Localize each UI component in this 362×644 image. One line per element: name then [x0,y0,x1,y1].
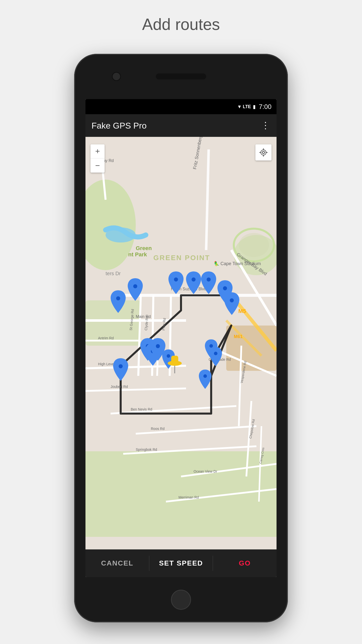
svg-text:Ben Nevis Rd: Ben Nevis Rd [131,407,152,411]
svg-point-69 [207,277,211,281]
svg-text:M61: M61 [234,334,243,339]
svg-point-83 [167,354,170,358]
map-background: Fritz Sonnenberg Rd Helen Suzman Blvd Gr… [85,137,277,549]
overflow-menu-icon[interactable]: ⋮ [261,120,270,131]
zoom-controls: + − [90,144,105,173]
status-bar: ▾ LTE ▮ 7:00 [85,99,277,114]
my-location-button[interactable] [255,144,272,160]
svg-text:Merriman Rd: Merriman Rd [178,495,199,499]
svg-text:🦜 Cape Town Stadium: 🦜 Cape Town Stadium [214,261,261,266]
svg-point-89 [203,374,207,378]
svg-point-8 [239,233,269,257]
phone-device: ▾ LTE ▮ 7:00 Fake GPS Pro ⋮ [74,54,288,622]
set-speed-button[interactable]: SET SPEED [149,549,213,577]
wifi-icon: ▾ [238,103,241,110]
svg-point-87 [214,352,217,355]
action-bar: CANCEL SET SPEED GO [85,549,277,577]
status-icons: ▾ LTE ▮ [238,103,256,110]
svg-text:GREEN POINT: GREEN POINT [153,254,210,262]
cancel-button[interactable]: CANCEL [85,549,149,577]
go-button[interactable]: GO [213,549,277,577]
svg-text:Joubert Rd: Joubert Rd [111,385,128,389]
svg-point-71 [223,286,227,290]
svg-point-61 [116,296,120,300]
svg-text:Springbok Rd: Springbok Rd [136,448,157,452]
battery-icon: ▮ [253,104,256,110]
camera [112,72,121,81]
svg-point-79 [156,344,160,348]
svg-point-81 [119,364,123,368]
svg-text:nt Park: nt Park [128,251,147,258]
svg-rect-91 [171,356,178,363]
page-title: Add routes [142,15,220,34]
svg-point-93 [262,151,265,154]
lte-icon: LTE [243,104,251,109]
svg-point-63 [133,284,137,288]
location-icon [259,148,268,157]
svg-point-85 [209,344,213,348]
svg-text:ters Dr: ters Dr [106,271,121,276]
zoom-out-button[interactable]: − [90,158,105,173]
map-view[interactable]: Fritz Sonnenberg Rd Helen Suzman Blvd Gr… [85,137,277,549]
zoom-in-button[interactable]: + [90,144,105,158]
app-bar: Fake GPS Pro ⋮ [85,114,277,137]
svg-text:Green: Green [136,245,152,251]
app-title: Fake GPS Pro [92,121,261,131]
svg-text:Roos Rd: Roos Rd [151,427,164,431]
speaker [156,73,206,79]
phone-top-bezel [74,54,288,99]
svg-point-67 [192,277,196,281]
screen: ▾ LTE ▮ 7:00 Fake GPS Pro ⋮ [85,99,277,577]
svg-point-65 [174,277,178,281]
status-time: 7:00 [259,103,272,111]
svg-text:Ocean View Dr: Ocean View Dr [194,469,217,473]
home-button[interactable] [171,590,191,610]
svg-point-73 [230,298,234,302]
svg-point-94 [261,150,266,155]
phone-bottom-bezel [74,577,288,622]
svg-text:Antrim Rd: Antrim Rd [98,336,114,340]
svg-text:M5: M5 [238,308,246,314]
